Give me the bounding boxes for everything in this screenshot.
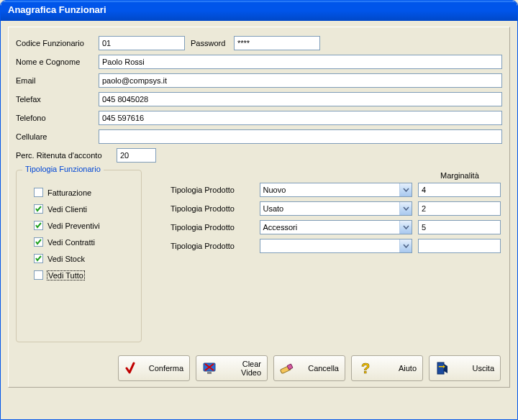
chevron-down-icon <box>399 183 412 196</box>
check-fatturazione-label: Fatturazione <box>47 188 91 197</box>
chevron-down-icon <box>399 202 412 215</box>
check-vedi-clienti-row: Vedi Clienti <box>34 204 132 214</box>
check-fatturazione-row: Fatturazione <box>34 188 132 197</box>
uscita-label: Uscita <box>454 364 494 373</box>
product-row-2: Tipologia Prodotto Accessori <box>171 220 501 234</box>
check-fatturazione[interactable] <box>34 188 43 197</box>
product-header: Marginalità <box>171 171 501 180</box>
tipologia-prodotto-select-2[interactable]: Accessori <box>260 220 413 234</box>
marginalita-field-1[interactable] <box>418 201 501 216</box>
label-ritenuta: Perc. Ritenuta d'acconto <box>16 151 117 160</box>
check-icon <box>123 360 140 377</box>
main-panel: Codice Funzionario Password Nome e Cogno… <box>8 27 510 388</box>
button-bar: Conferma Clear Video <box>118 355 501 381</box>
label-email: Email <box>16 76 99 85</box>
tipologia-prodotto-value-1: Usato <box>263 204 284 213</box>
conferma-button[interactable]: Conferma <box>118 355 190 381</box>
cellulare-field[interactable] <box>99 129 502 144</box>
svg-marker-8 <box>444 364 447 373</box>
client-area: Codice Funzionario Password Nome e Cogno… <box>1 21 517 393</box>
label-tipologia-prodotto-0: Tipologia Prodotto <box>171 186 260 194</box>
cancella-label: Cancella <box>299 364 339 373</box>
monitor-clear-icon <box>201 360 218 377</box>
check-vedi-stock-label: Vedi Stock <box>47 255 85 263</box>
aiuto-button[interactable]: ? Aiuto <box>351 355 423 381</box>
check-vedi-tutto[interactable] <box>34 270 43 280</box>
check-vedi-preventivi-label: Vedi Preventivi <box>47 222 100 230</box>
check-vedi-contratti[interactable] <box>34 237 43 247</box>
nome-field[interactable] <box>99 55 502 69</box>
label-password: Password <box>191 39 234 47</box>
label-telefax: Telefax <box>16 95 99 104</box>
window: Anagrafica Funzionari Codice Funzionario… <box>0 0 518 420</box>
tipologia-prodotto-value-2: Accessori <box>263 223 298 232</box>
check-vedi-tutto-row: Vedi Tutto <box>34 270 132 280</box>
label-nome: Nome e Cognome <box>16 58 99 66</box>
marginalita-field-2[interactable] <box>418 220 501 234</box>
tipologia-prodotto-select-1[interactable]: Usato <box>260 201 413 216</box>
chevron-down-icon <box>399 239 412 252</box>
label-tipologia-prodotto-1: Tipologia Prodotto <box>171 204 260 213</box>
titlebar: Anagrafica Funzionari <box>1 1 517 21</box>
check-vedi-clienti-label: Vedi Clienti <box>47 205 87 214</box>
check-vedi-stock[interactable] <box>34 254 43 263</box>
telefax-field[interactable] <box>99 92 502 106</box>
telefono-field[interactable] <box>99 111 502 125</box>
label-tipologia-prodotto-3: Tipologia Prodotto <box>171 242 260 250</box>
label-marginalita: Marginalità <box>419 171 501 180</box>
check-vedi-tutto-label: Vedi Tutto <box>47 271 84 280</box>
label-cellulare: Cellulare <box>16 132 99 141</box>
check-vedi-preventivi[interactable] <box>34 221 43 230</box>
product-row-3: Tipologia Prodotto <box>171 239 501 253</box>
check-vedi-stock-row: Vedi Stock <box>34 254 132 263</box>
tipologia-funzionario-group: Tipologia Funzionario Fatturazione Vedi … <box>16 170 142 342</box>
chevron-down-icon <box>399 221 412 234</box>
product-row-1: Tipologia Prodotto Usato <box>171 201 501 216</box>
group-legend: Tipologia Funzionario <box>22 165 104 173</box>
tipologia-prodotto-select-3[interactable] <box>260 239 413 253</box>
exit-icon <box>434 360 451 377</box>
check-vedi-clienti[interactable] <box>34 204 43 214</box>
label-telefono: Telefono <box>16 114 99 122</box>
svg-rect-7 <box>437 362 444 374</box>
clear-video-label: Clear Video <box>221 360 261 377</box>
label-tipologia-prodotto-2: Tipologia Prodotto <box>171 223 260 232</box>
tipologia-prodotto-select-0[interactable]: Nuovo <box>260 183 413 197</box>
marginalita-field-3[interactable] <box>418 239 501 253</box>
help-icon: ? <box>356 360 373 377</box>
tipologia-prodotto-value-0: Nuovo <box>263 186 286 194</box>
svg-rect-1 <box>207 372 212 374</box>
check-vedi-preventivi-row: Vedi Preventivi <box>34 221 132 230</box>
marginalita-field-0[interactable] <box>418 183 501 197</box>
label-codice: Codice Funzionario <box>16 39 99 47</box>
product-row-0: Tipologia Prodotto Nuovo <box>171 183 501 197</box>
conferma-label: Conferma <box>143 364 183 373</box>
window-title: Anagrafica Funzionari <box>8 4 106 15</box>
clear-video-button[interactable]: Clear Video <box>196 355 268 381</box>
password-field[interactable] <box>234 36 320 50</box>
codice-field[interactable] <box>99 36 185 50</box>
uscita-button[interactable]: Uscita <box>429 355 501 381</box>
svg-text:?: ? <box>361 360 370 376</box>
eraser-icon <box>278 360 296 377</box>
email-field[interactable] <box>99 73 502 88</box>
aiuto-label: Aiuto <box>376 364 417 373</box>
check-vedi-contratti-row: Vedi Contratti <box>34 237 132 247</box>
cancella-button[interactable]: Cancella <box>273 355 345 381</box>
ritenuta-field[interactable] <box>117 148 156 163</box>
product-area: Marginalità Tipologia Prodotto Nuovo Tip… <box>171 171 501 257</box>
check-vedi-contratti-label: Vedi Contratti <box>47 238 95 247</box>
